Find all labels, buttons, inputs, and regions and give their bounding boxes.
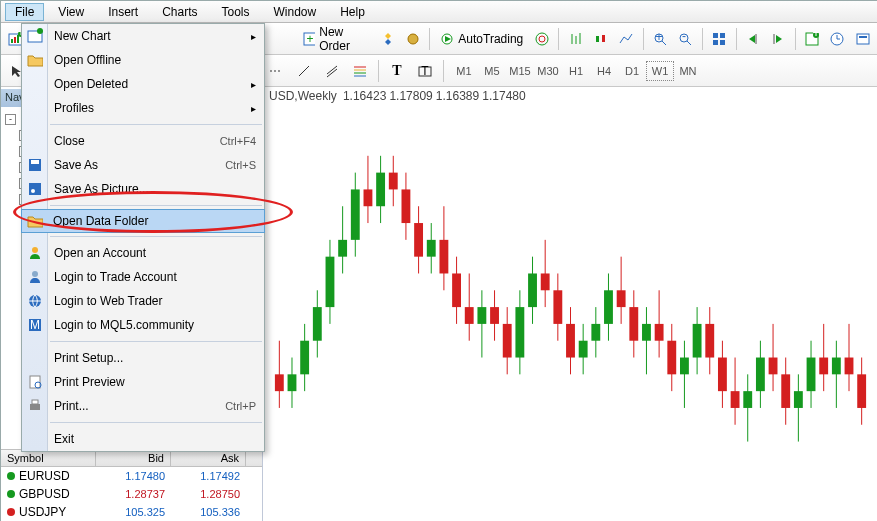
menu-item-label: Exit bbox=[54, 432, 74, 446]
menu-window[interactable]: Window bbox=[264, 3, 327, 21]
menu-item-label: Open Deleted bbox=[54, 77, 128, 91]
svg-rect-97 bbox=[490, 307, 499, 324]
svg-rect-2 bbox=[14, 37, 16, 43]
mql5-icon: M bbox=[26, 316, 44, 334]
chart-area[interactable]: USD,Weekly 1.16423 1.17809 1.16389 1.174… bbox=[263, 89, 877, 521]
svg-point-161 bbox=[31, 189, 35, 193]
new-chart-icon bbox=[26, 27, 44, 45]
periodicity-button[interactable] bbox=[827, 27, 848, 51]
svg-text:T: T bbox=[421, 64, 429, 78]
svg-rect-121 bbox=[642, 324, 651, 341]
menu-item-print[interactable]: Print...Ctrl+P bbox=[22, 394, 264, 418]
svg-rect-141 bbox=[769, 358, 778, 375]
svg-rect-89 bbox=[439, 240, 448, 274]
zoom-in-button[interactable]: + bbox=[650, 27, 671, 51]
svg-rect-135 bbox=[731, 391, 740, 408]
timeframe-d1[interactable]: D1 bbox=[618, 61, 646, 81]
indicators-button[interactable]: + bbox=[802, 27, 823, 51]
svg-marker-38 bbox=[776, 35, 782, 43]
svg-point-16 bbox=[408, 34, 418, 44]
menu-item-profiles[interactable]: Profiles▸ bbox=[22, 96, 264, 120]
signals-button[interactable] bbox=[531, 27, 552, 51]
menu-item-login-to-trade-account[interactable]: Login to Trade Account bbox=[22, 265, 264, 289]
menu-item-open-deleted[interactable]: Open Deleted▸ bbox=[22, 72, 264, 96]
menu-item-open-an-account[interactable]: Open an Account bbox=[22, 241, 264, 265]
menu-item-open-data-folder[interactable]: Open Data Folder bbox=[21, 209, 265, 233]
mw-col-bid[interactable]: Bid bbox=[96, 450, 171, 466]
autotrading-label: AutoTrading bbox=[458, 32, 523, 46]
zoom-out-button[interactable]: - bbox=[675, 27, 696, 51]
timeframe-m30[interactable]: M30 bbox=[534, 61, 562, 81]
new-order-button[interactable]: + New Order bbox=[299, 25, 373, 53]
menu-item-close[interactable]: CloseCtrl+F4 bbox=[22, 129, 264, 153]
mw-col-ask[interactable]: Ask bbox=[171, 450, 246, 466]
timeframe-m15[interactable]: M15 bbox=[506, 61, 534, 81]
tile-windows-button[interactable] bbox=[709, 27, 730, 51]
direction-icon bbox=[7, 472, 15, 480]
svg-marker-36 bbox=[749, 35, 755, 43]
options-button[interactable] bbox=[402, 27, 423, 51]
menu-item-exit[interactable]: Exit bbox=[22, 427, 264, 451]
svg-rect-81 bbox=[389, 173, 398, 190]
bar-chart-button[interactable] bbox=[565, 27, 586, 51]
svg-rect-35 bbox=[720, 40, 725, 45]
svg-rect-91 bbox=[452, 273, 461, 307]
svg-rect-133 bbox=[718, 358, 727, 392]
svg-rect-77 bbox=[364, 189, 373, 206]
mw-col-symbol[interactable]: Symbol bbox=[1, 450, 96, 466]
menu-item-save-as[interactable]: Save AsCtrl+S bbox=[22, 153, 264, 177]
svg-rect-85 bbox=[414, 223, 423, 257]
svg-rect-24 bbox=[596, 36, 599, 42]
menu-tools[interactable]: Tools bbox=[212, 3, 260, 21]
shift-button[interactable] bbox=[743, 27, 764, 51]
menu-insert[interactable]: Insert bbox=[98, 3, 148, 21]
text-button[interactable]: T bbox=[385, 59, 409, 83]
mw-row[interactable]: GBPUSD1.287371.28750 bbox=[1, 485, 262, 503]
menu-view[interactable]: View bbox=[48, 3, 94, 21]
horizontal-line-button[interactable] bbox=[264, 59, 288, 83]
mw-row[interactable]: EURUSD1.174801.17492 bbox=[1, 467, 262, 485]
blank-icon bbox=[26, 75, 44, 93]
timeframe-w1[interactable]: W1 bbox=[646, 61, 674, 81]
autoscroll-button[interactable] bbox=[768, 27, 789, 51]
blank-icon bbox=[26, 430, 44, 448]
timeframe-h1[interactable]: H1 bbox=[562, 61, 590, 81]
templates-button[interactable] bbox=[852, 27, 873, 51]
mw-row[interactable]: USDJPY105.325105.336 bbox=[1, 503, 262, 521]
svg-rect-33 bbox=[720, 33, 725, 38]
timeframe-m1[interactable]: M1 bbox=[450, 61, 478, 81]
timeframe-mn[interactable]: MN bbox=[674, 61, 702, 81]
menu-item-label: Close bbox=[54, 134, 85, 148]
menu-item-label: Save As Picture... bbox=[54, 182, 149, 196]
menu-charts[interactable]: Charts bbox=[152, 3, 207, 21]
fibonacci-button[interactable] bbox=[348, 59, 372, 83]
timeframe-m5[interactable]: M5 bbox=[478, 61, 506, 81]
line-chart-button[interactable] bbox=[616, 27, 637, 51]
trendline-button[interactable] bbox=[292, 59, 316, 83]
menu-file[interactable]: File bbox=[5, 3, 44, 21]
autotrading-button[interactable]: AutoTrading bbox=[436, 32, 527, 46]
open-offline-icon bbox=[26, 51, 44, 69]
timeframe-h4[interactable]: H4 bbox=[590, 61, 618, 81]
menu-item-login-to-mql5-community[interactable]: MLogin to MQL5.community bbox=[22, 313, 264, 337]
menu-item-new-chart[interactable]: New Chart▸ bbox=[22, 24, 264, 48]
svg-rect-115 bbox=[604, 290, 613, 324]
menu-help[interactable]: Help bbox=[330, 3, 375, 21]
svg-rect-109 bbox=[566, 324, 575, 358]
menu-item-print-preview[interactable]: Print Preview bbox=[22, 370, 264, 394]
menu-item-login-to-web-trader[interactable]: Login to Web Trader bbox=[22, 289, 264, 313]
svg-text:+: + bbox=[813, 31, 820, 40]
svg-rect-151 bbox=[832, 358, 841, 375]
svg-rect-32 bbox=[713, 33, 718, 38]
svg-point-157 bbox=[37, 28, 43, 34]
menu-item-open-offline[interactable]: Open Offline bbox=[22, 48, 264, 72]
candle-chart-button[interactable] bbox=[590, 27, 611, 51]
channel-button[interactable] bbox=[320, 59, 344, 83]
print-icon bbox=[26, 397, 44, 415]
menu-item-print-setup[interactable]: Print Setup... bbox=[22, 346, 264, 370]
menu-item-label: Save As bbox=[54, 158, 98, 172]
svg-rect-1 bbox=[11, 39, 13, 43]
meta-button[interactable] bbox=[377, 27, 398, 51]
menu-item-save-as-picture[interactable]: Save As Picture... bbox=[22, 177, 264, 201]
text-label-button[interactable]: T bbox=[413, 59, 437, 83]
